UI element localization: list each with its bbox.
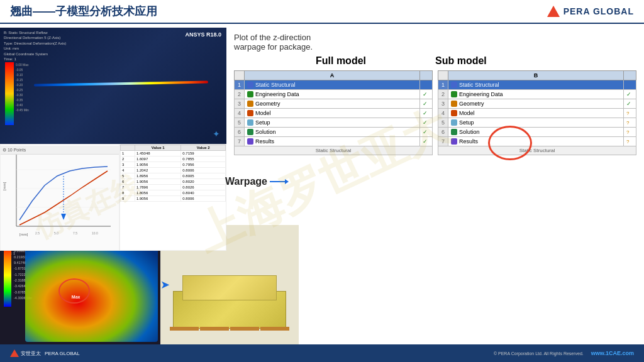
footer-company: 安世亚太 [21, 350, 41, 357]
footer-right-area: © PERA Corporation Ltd. All Rights Reser… [494, 350, 634, 356]
table-row: 5 Setup ? [438, 118, 636, 128]
footer-copyright: © PERA Corporation Ltd. All Rights Reser… [494, 351, 584, 356]
table-b: B 1 Static Structural [438, 70, 636, 155]
static-icon-b [451, 82, 457, 88]
res-icon-b [451, 138, 457, 145]
svg-text:5.0: 5.0 [54, 231, 58, 235]
sim-title: B: Static Structural Reflow Directional … [4, 30, 66, 62]
table-row: 1 Static Structural [235, 80, 433, 90]
eng-icon [247, 91, 253, 97]
plot-line1: Plot of the z-direction [234, 33, 636, 42]
table-row: 2 Engineering Data ✓ [235, 90, 433, 99]
analysis-tables-container: A 1 Static Structural [234, 70, 636, 155]
right-content-area: Plot of the z-direction warpage for pack… [226, 28, 644, 160]
warpage-arrow-icon [270, 177, 289, 187]
chart-area: [mm] [mm] 2.5 5.0 7.5 10.0 ⚙ 10 Points [0, 144, 119, 251]
setup-icon-b [451, 119, 457, 126]
table-b-col-header: B [448, 71, 624, 80]
svg-marker-14 [285, 179, 289, 184]
eng-icon-b [451, 91, 457, 97]
svg-text:10.0: 10.0 [92, 231, 98, 235]
table-row: 7 Results ✓ [235, 137, 433, 146]
chart-toolbar: ⚙ 10 Points [1, 146, 119, 155]
top-ansys-image: B: Static Structural Reflow Directional … [0, 28, 226, 144]
svg-marker-6 [61, 214, 66, 220]
table-row: 6 Solution ? [438, 128, 636, 137]
plot-line2: warpage for package. [234, 42, 636, 52]
footer-logo-text: PERA GLOBAL [45, 351, 80, 356]
table-row: 7 Results ? [438, 137, 636, 146]
color-legend-bar [5, 62, 14, 125]
geo-icon [247, 101, 253, 107]
setup-icon [247, 119, 253, 126]
max-label: Max [72, 295, 80, 299]
footer-logo: 安世亚太 PERA GLOBAL [10, 349, 80, 357]
footer: 安世亚太 PERA GLOBAL © PERA Corporation Ltd.… [0, 344, 644, 362]
footer-left: 安世亚太 PERA GLOBAL [10, 349, 80, 357]
table-a-col-header: A [245, 71, 420, 80]
logo-triangle-icon [547, 6, 560, 17]
sol-icon-b [451, 129, 457, 135]
footer-triangle-icon [10, 349, 19, 357]
full-model-label: Full model [316, 55, 435, 67]
line-chart: [mm] [mm] 2.5 5.0 7.5 10.0 [1, 145, 117, 245]
footer-url: www.1CAE.com [591, 350, 634, 356]
res-icon [247, 138, 253, 145]
table-a-footer: Static Structural [234, 146, 433, 155]
table-row: 4 Model ? [438, 109, 636, 118]
table-row: 6 Solution ✓ [235, 128, 433, 137]
arrow-right-icon: ➤ [160, 278, 170, 292]
table-row: 4 Model ✓ [235, 109, 433, 118]
table-row: 3 Geometry ✓ [235, 99, 433, 109]
page-title: 翘曲——子模型分析技术应用 [10, 4, 157, 19]
logo-text: PERA GLOBAL [564, 6, 634, 16]
table-row: 1 Static Structural [438, 80, 636, 90]
ansys-badge: ANSYS R18.0 [185, 31, 221, 38]
table-row: 2 Engineering Data ✓ [438, 90, 636, 99]
warpage-label: Warpage [225, 176, 267, 187]
logo-area: PERA GLOBAL [547, 6, 634, 17]
thermal-color-scale [4, 244, 11, 307]
svg-text:2.5: 2.5 [35, 231, 40, 235]
svg-text:[mm]: [mm] [19, 233, 28, 236]
geo-icon-b [451, 101, 457, 107]
svg-text:7.5: 7.5 [73, 231, 77, 235]
plot-description: Plot of the z-direction warpage for pack… [234, 33, 636, 52]
sol-icon [247, 129, 253, 135]
model-icon-b [451, 110, 457, 116]
table-row: 5 Setup ✓ [235, 118, 433, 128]
table-a: A 1 Static Structural [234, 70, 433, 155]
warpage-label-area: Warpage [225, 176, 289, 187]
model-icon [247, 110, 253, 116]
sub-model-label: Sub model [435, 55, 487, 67]
table-b-footer: Static Structural [438, 146, 636, 155]
table-row: 3 Geometry ✓ [438, 99, 636, 109]
static-icon [247, 82, 253, 88]
svg-text:[mm]: [mm] [3, 182, 6, 190]
axis-indicator: ✦ [213, 129, 220, 139]
data-table-area: Value 1 Value 2 11.450480.7159 21.60970.… [119, 144, 226, 251]
color-legend-values: 0.00 Max-0.05-0.10-0.15-0.20-0.25-0.30-0… [16, 62, 29, 112]
header: 翘曲——子模型分析技术应用 PERA GLOBAL [0, 0, 644, 24]
